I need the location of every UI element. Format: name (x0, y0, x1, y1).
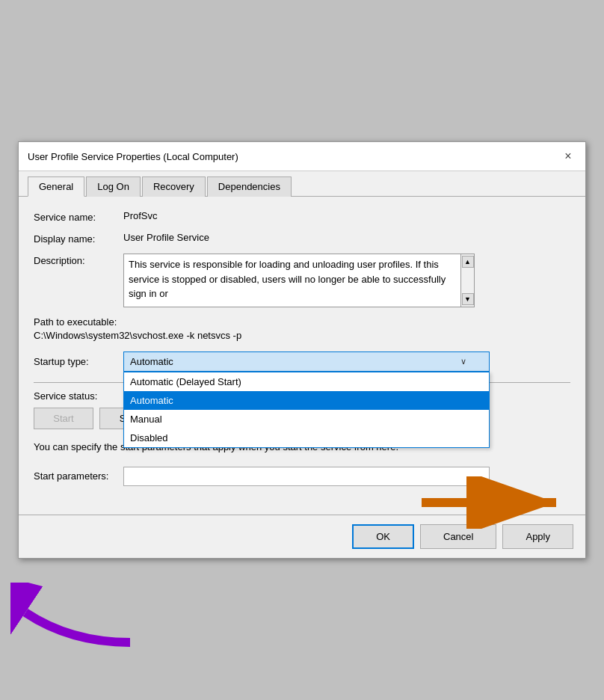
startup-type-row: Startup type: Automatic ∨ Automatic (Del… (34, 351, 570, 372)
startup-type-selected-text: Automatic (130, 356, 173, 367)
scroll-down-button[interactable]: ▼ (462, 293, 474, 305)
dropdown-item-disabled[interactable]: Disabled (124, 429, 489, 447)
path-label: Path to executable: (34, 316, 570, 328)
display-name-row: Display name: User Profile Service (34, 232, 570, 245)
startup-type-selected[interactable]: Automatic ∨ (123, 351, 490, 372)
start-params-label: Start parameters: (34, 470, 123, 482)
description-text: This service is responsible for loading … (129, 257, 469, 301)
left-arrow-annotation (10, 583, 145, 657)
start-button[interactable]: Start (34, 408, 93, 429)
description-scrollbar[interactable]: ▲ ▼ (460, 254, 474, 307)
service-status-label: Service status: (34, 390, 123, 402)
dropdown-arrow-icon: ∨ (460, 357, 466, 366)
display-name-label: Display name: (34, 232, 123, 245)
service-name-label: Service name: (34, 210, 123, 223)
ok-button[interactable]: OK (352, 524, 414, 549)
path-value: C:\Windows\system32\svchost.exe -k netsv… (34, 330, 570, 341)
dialog-title: User Profile Service Properties (Local C… (28, 151, 238, 162)
tab-recovery[interactable]: Recovery (142, 176, 206, 197)
start-params-row: Start parameters: (34, 467, 570, 486)
apply-button[interactable]: Apply (502, 524, 573, 549)
tab-logon[interactable]: Log On (86, 176, 141, 197)
startup-type-dropdown-container: Automatic ∨ Automatic (Delayed Start) Au… (123, 351, 490, 372)
dropdown-item-manual[interactable]: Manual (124, 410, 489, 429)
description-box[interactable]: This service is responsible for loading … (123, 254, 475, 307)
description-label: Description: (34, 254, 123, 266)
close-button[interactable]: × (560, 148, 576, 165)
service-name-value: ProfSvc (123, 210, 158, 221)
path-section: Path to executable: C:\Windows\system32\… (34, 316, 570, 341)
service-name-row: Service name: ProfSvc (34, 210, 570, 223)
tab-dependencies[interactable]: Dependencies (207, 176, 292, 197)
display-name-value: User Profile Service (123, 232, 209, 243)
startup-type-label: Startup type: (34, 356, 123, 367)
scroll-up-button[interactable]: ▲ (462, 256, 474, 268)
dropdown-item-delayed[interactable]: Automatic (Delayed Start) (124, 372, 489, 391)
tab-general[interactable]: General (28, 176, 84, 197)
tab-bar: General Log On Recovery Dependencies (19, 171, 585, 197)
cancel-button[interactable]: Cancel (420, 524, 496, 549)
description-row: Description: This service is responsible… (34, 254, 570, 307)
start-params-input[interactable] (123, 467, 490, 486)
startup-type-dropdown-list: Automatic (Delayed Start) Automatic Manu… (123, 372, 490, 448)
bottom-buttons-bar: OK Cancel Apply (19, 515, 585, 558)
dropdown-item-automatic[interactable]: Automatic (124, 391, 489, 410)
